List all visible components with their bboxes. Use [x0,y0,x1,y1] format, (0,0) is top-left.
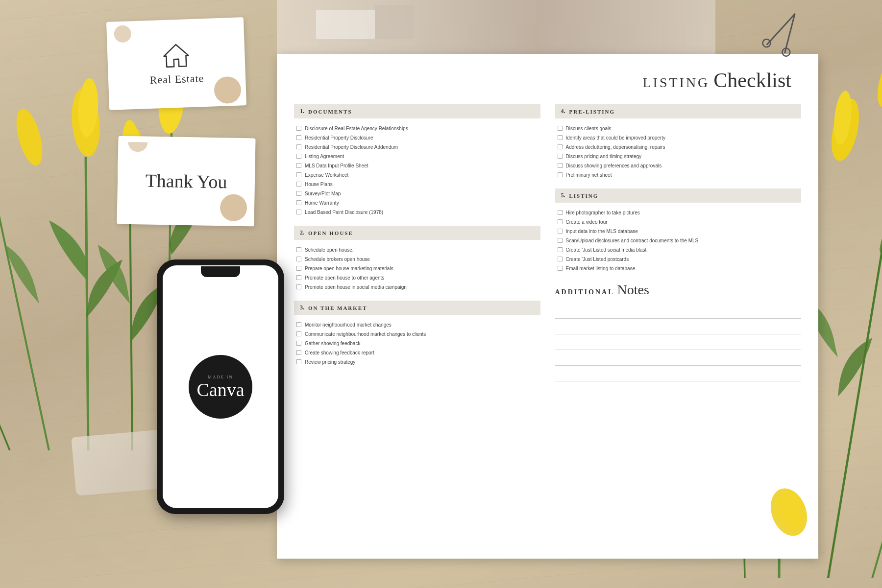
list-item: Promote open house to other agents [296,275,540,282]
list-item: Input data into the MLS database [558,228,802,235]
list-item: Create 'Just Listed social media blast [558,247,802,254]
real-estate-card: Real Estate [106,17,246,110]
list-item: Disclosure of Real Estate Agency Relatio… [296,125,540,132]
phone-notch [201,266,240,277]
section-4-header: 4. PRE-LISTING [555,104,802,118]
section-4-number: 4. [561,108,565,115]
phone-screen: MADE IN Canva [163,265,278,508]
checkbox[interactable] [296,275,301,280]
decorative-circle-3 [220,194,247,221]
svg-line-10 [0,176,49,450]
checkbox[interactable] [558,163,563,168]
checkbox[interactable] [296,210,301,214]
checkbox[interactable] [296,172,301,177]
svg-line-7 [130,191,132,450]
list-item: Discuss pricing and timing strategy [558,153,802,160]
checkbox[interactable] [558,219,563,224]
document-header: LISTING Checklist [294,69,801,92]
checkbox[interactable] [558,154,563,159]
made-in-label: MADE IN [208,375,233,379]
section-2-header: 2. OPEN HOUSE [294,226,540,240]
list-item: Monitor neighbourhood market changes [296,322,540,329]
list-item: Review pricing strategy [296,359,540,366]
checkbox[interactable] [296,350,301,355]
section-5-number: 5. [561,192,565,199]
checkbox[interactable] [296,247,301,252]
note-line-4 [555,352,802,366]
section-3-number: 3. [300,304,304,311]
checkbox[interactable] [558,210,563,215]
phone-mockup: MADE IN Canva [157,259,284,514]
svg-marker-16 [164,44,189,67]
list-item: Lead Based Paint Disclosure (1978) [296,209,540,216]
checkbox[interactable] [296,163,301,168]
decorative-circle-1 [214,76,242,104]
list-item: Identify areas that could be improved pr… [558,135,802,141]
checkbox[interactable] [296,135,301,140]
list-item: Communicate neighbourhood market changes… [296,331,540,338]
checkbox[interactable] [296,341,301,346]
thank-you-text: Thank You [145,170,227,193]
document-columns: 1. DOCUMENTS Disclosure of Real Estate A… [294,104,801,383]
checklist-document: LISTING Checklist 1. DOCUMENTS Disclosur… [277,54,818,559]
list-item: Survey/Plot Map [296,190,540,197]
svg-line-23 [872,128,882,578]
section-2-items: Schedule open house. Schedule brokers op… [294,247,540,291]
checkbox[interactable] [296,359,301,364]
checkbox[interactable] [558,126,563,131]
column-right: 4. PRE-LISTING Discuss clients goals Ide… [555,104,802,383]
list-item: Schedule open house. [296,247,540,254]
checkbox[interactable] [558,144,563,149]
decorative-circle-2 [114,25,131,43]
checkbox[interactable] [296,266,301,271]
checkbox[interactable] [296,126,301,131]
section-2-title: OPEN HOUSE [308,230,353,236]
house-icon [161,41,191,69]
list-item: Promote open house in social media campa… [296,284,540,291]
list-item: House Plans [296,181,540,188]
checkbox[interactable] [296,182,301,187]
list-item: Create 'Just Listed postcards [558,256,802,263]
decorative-half-circle [128,142,147,152]
checkbox[interactable] [296,257,301,261]
svg-line-4 [86,157,88,450]
list-item: Expense Worksheet [296,172,540,179]
checkbox[interactable] [296,284,301,289]
phone-outer: MADE IN Canva [157,259,284,514]
svg-point-2 [761,38,772,48]
checkbox[interactable] [296,144,301,149]
list-item: Listing Agreement [296,153,540,160]
section-1-items: Disclosure of Real Estate Agency Relatio… [294,125,540,216]
checkbox[interactable] [558,238,563,243]
checkbox[interactable] [296,331,301,336]
list-item: Schedule brokers open house [296,256,540,263]
notes-script: Notes [617,282,649,298]
checkbox[interactable] [558,172,563,177]
canva-brand-label: Canva [196,380,244,399]
thank-you-card: Thank You [117,136,255,227]
checkbox[interactable] [296,200,301,205]
checkbox[interactable] [558,229,563,234]
list-item: Email market listing to database [558,265,802,272]
list-item: Residential Property Disclosure Addendum [296,144,540,151]
checkbox[interactable] [296,322,301,327]
section-3-header: 3. ON THE MARKET [294,301,540,315]
checkbox[interactable] [558,266,563,271]
list-item: Discuss clients goals [558,125,802,132]
checkbox[interactable] [296,191,301,196]
list-item: Hire photographer to take pictures [558,210,802,216]
notes-label: ADDITIONAL [555,288,614,296]
checkbox[interactable] [558,247,563,252]
checkbox[interactable] [558,135,563,140]
svg-point-3 [781,47,791,57]
note-line-5 [555,368,802,381]
checkbox[interactable] [296,154,301,159]
list-item: Residential Property Disclosure [296,135,540,141]
list-item: Preliminary net sheet [558,172,802,179]
svg-point-11 [11,106,48,168]
section-2-number: 2. [300,229,304,236]
list-item: Create showing feedback report [296,350,540,356]
checkbox[interactable] [558,257,563,261]
section-5-title: LISTING [569,193,599,199]
checklist-label: Checklist [713,69,791,92]
